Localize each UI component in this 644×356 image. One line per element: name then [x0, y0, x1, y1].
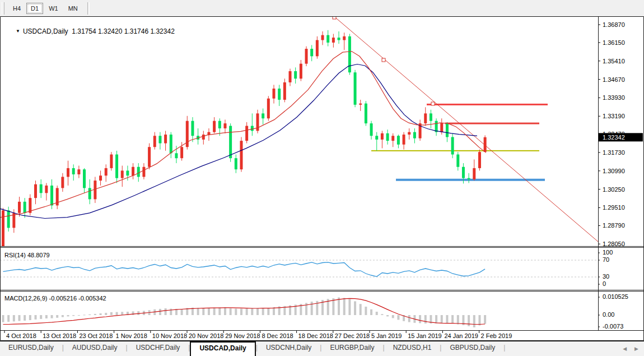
macd-histogram-bar — [132, 311, 134, 315]
candle — [446, 123, 449, 137]
candle — [375, 136, 378, 140]
candle — [207, 132, 210, 135]
macd-histogram-bar — [473, 315, 475, 327]
candle — [240, 141, 242, 169]
candle — [310, 49, 313, 56]
trendline-handle[interactable] — [382, 58, 385, 62]
tab-separator: | — [503, 341, 505, 356]
date-axis[interactable]: 4 Oct 201813 Oct 201823 Oct 20181 Nov 20… — [4, 331, 512, 339]
date-axis-label: 23 Oct 2018 — [79, 332, 113, 339]
candle — [294, 71, 297, 78]
candle — [381, 133, 384, 140]
candle — [451, 137, 454, 154]
tab-usdcad-daily[interactable]: USDCAD,Daily — [190, 341, 255, 356]
macd-histogram-bar — [40, 315, 42, 319]
date-axis-label: 2 Feb 2019 — [481, 332, 512, 339]
timeframe-button-mn[interactable]: MN — [64, 3, 82, 14]
toolbar-grip[interactable] — [2, 2, 4, 15]
timeframe-toolbar: H4D1W1MN — [0, 0, 644, 16]
macd-histogram-bar — [159, 309, 161, 315]
candle — [332, 38, 335, 43]
macd-histogram-bar — [224, 307, 226, 315]
candle — [386, 133, 389, 141]
tab-scroll-left-icon[interactable]: ◀ — [623, 346, 627, 352]
price-axis-label: 1.33930 — [603, 94, 625, 101]
candle — [478, 152, 481, 168]
date-axis-label: 20 Nov 2018 — [189, 332, 223, 339]
candle — [305, 49, 308, 64]
tab-nzdusd-h1[interactable]: NZDUSD,H1 — [385, 341, 440, 356]
macd-histogram-bar — [408, 315, 410, 322]
macd-axis-label: 0.010525 — [603, 293, 628, 300]
rsi-axis-label: 0 — [603, 280, 606, 287]
macd-axis-label: 0.00 — [603, 311, 614, 318]
macd-histogram-bar — [419, 315, 421, 323]
candle — [251, 126, 254, 131]
terminal-window: H4D1W1MN 1.368701.361501.354101.346701.3… — [0, 0, 644, 356]
chart-bg — [0, 16, 644, 341]
candle — [370, 123, 373, 136]
chart-window: 1.368701.361501.354101.346701.339301.331… — [0, 16, 644, 341]
candle — [289, 71, 292, 82]
candle — [121, 170, 124, 178]
support-line-blue[interactable] — [396, 179, 545, 181]
tab-audusd-daily[interactable]: AUDUSD,Daily — [64, 341, 126, 356]
macd-histogram-bar — [56, 315, 58, 318]
candle — [191, 121, 194, 136]
date-axis-label: 13 Oct 2018 — [43, 332, 76, 339]
symbol-dropdown-icon[interactable]: ▼ — [16, 29, 20, 34]
macd-axis-label: -0.0073 — [603, 323, 623, 330]
resistance-line-1[interactable] — [427, 104, 548, 105]
macd-histogram-bar — [370, 309, 372, 315]
support-line-yellow[interactable] — [371, 150, 539, 151]
candle — [267, 99, 270, 118]
macd-histogram-bar — [386, 315, 389, 316]
tab-gbpusd-daily[interactable]: GBPUSD,Daily — [441, 341, 503, 356]
macd-histogram-bar — [88, 315, 91, 315]
candle — [316, 40, 319, 56]
price-axis-label: 1.33190 — [603, 113, 625, 119]
candle — [338, 38, 340, 40]
macd-histogram-bar — [78, 315, 80, 316]
timeframe-button-w1[interactable]: W1 — [44, 3, 63, 14]
candle — [300, 64, 302, 79]
macd-histogram-bar — [218, 308, 221, 316]
price-axis-label: 1.30990 — [603, 168, 625, 174]
tab-scroll-right-icon[interactable]: ▶ — [634, 346, 638, 352]
date-axis-label: 4 Oct 2018 — [6, 332, 36, 339]
timeframe-button-h4[interactable]: H4 — [8, 3, 25, 14]
tab-usdcnh-daily[interactable]: USDCNH,Daily — [258, 341, 320, 356]
tab-eurusd-daily[interactable]: EURUSD,Daily — [0, 341, 62, 356]
candle — [348, 36, 351, 72]
macd-histogram-bar — [348, 299, 351, 316]
symbol-name: USDCAD,Daily — [23, 27, 68, 35]
chart-canvas[interactable]: 1.368701.361501.354101.346701.339301.331… — [0, 16, 644, 341]
candle — [424, 113, 427, 123]
timeframe-button-d1[interactable]: D1 — [26, 3, 43, 14]
macd-histogram-bar — [202, 308, 204, 315]
candle — [170, 135, 172, 153]
candle — [40, 184, 43, 193]
candle — [484, 137, 487, 152]
macd-histogram-bar — [51, 315, 53, 318]
macd-histogram-bar — [343, 298, 346, 315]
macd-histogram-bar — [105, 313, 107, 315]
macd-histogram-bar — [435, 315, 437, 323]
trendline-handle[interactable] — [431, 102, 435, 105]
price-axis-label: 1.36870 — [603, 21, 625, 28]
candle — [403, 135, 405, 145]
macd-histogram-bar — [18, 315, 21, 321]
macd-histogram-bar — [246, 308, 248, 315]
candle — [2, 210, 4, 248]
macd-histogram-bar — [251, 308, 253, 315]
tab-eurgbp-daily[interactable]: EURGBP,Daily — [321, 341, 382, 356]
candle — [83, 169, 86, 188]
candle — [18, 202, 21, 213]
macd-histogram-bar — [478, 315, 480, 326]
tab-usdchf-daily[interactable]: USDCHF,Daily — [128, 341, 189, 356]
candle — [7, 210, 10, 228]
symbol-tab-bar: EURUSD,Daily|AUDUSD,Daily|USDCHF,Daily|U… — [0, 341, 644, 356]
candle — [278, 89, 281, 100]
macd-histogram-bar — [381, 314, 383, 315]
macd-histogram-bar — [35, 315, 37, 320]
